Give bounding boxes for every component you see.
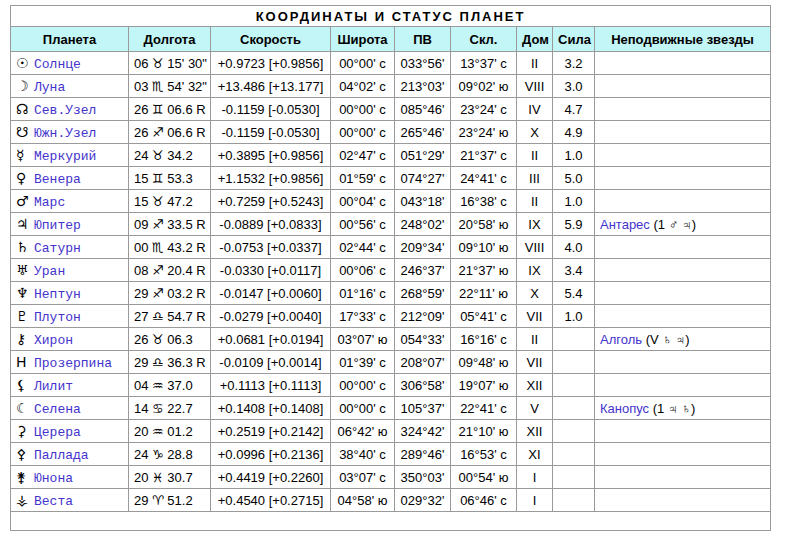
planet-link-chiron[interactable]: Хирон [34,333,73,348]
cell-pv: 029°32' [395,489,451,512]
cell-pv: 208°07' [395,351,451,374]
cell-power [553,374,595,397]
cell-power [553,489,595,512]
planet-link-mercury[interactable]: Меркурий [34,149,96,164]
cell-longitude: 15 ♉ 47.2 [129,190,211,213]
cell-speed: +0.7259 [+0.5243] [211,190,331,213]
cell-pv: 324°42' [395,420,451,443]
table-row-proserpina: НПрозерпина29 ♎ 36.3 R-0.0109 [+0.0014]0… [11,351,771,374]
mars-icon: ♂ [16,193,34,209]
planet-link-pluto[interactable]: Плутон [34,310,81,325]
cell-house: X [517,121,553,144]
cell-planet: ⚴Паллада [11,443,129,466]
cell-declination: 09°48' ю [451,351,517,374]
column-header-fixed-stars: Неподвижные звезды [595,27,771,52]
cell-power: 4.7 [553,98,595,121]
cell-pv: 033°56' [395,52,451,75]
cell-planet: ☋Южн.Узел [11,121,129,144]
mercury-icon: ☿ [16,147,34,163]
cell-speed: +0.0681 [+0.0194] [211,328,331,351]
table-row-south-node: ☋Южн.Узел26 ♐ 06.6 R-0.1159 [-0.0530]00°… [11,121,771,144]
planet-link-venus[interactable]: Венера [34,172,81,187]
column-header-planet: Планета [11,27,129,52]
cell-speed: +0.4419 [+0.2260] [211,466,331,489]
planet-link-north-node[interactable]: Сев.Узел [34,103,96,118]
cell-fixed-stars [595,98,771,121]
cell-house: I [517,466,553,489]
jupiter-icon: ♃ [16,216,34,232]
planet-link-proserpina[interactable]: Прозерпина [34,356,112,371]
star-link[interactable]: Алголь [600,332,642,347]
cell-latitude: 03°07' с [331,466,395,489]
cell-speed: +0.2519 [+0.2142] [211,420,331,443]
cell-longitude: 20 ♒ 01.2 [129,420,211,443]
cell-longitude: 26 ♐ 06.6 R [129,121,211,144]
table-row-pallas: ⚴Паллада24 ♑ 28.8+0.0996 [+0.2136]38°40'… [11,443,771,466]
cell-speed: -0.0279 [+0.0040] [211,305,331,328]
column-header-house: Дом [517,27,553,52]
cell-power [553,328,595,351]
cell-declination: 20°58' ю [451,213,517,236]
cell-speed: -0.0330 [+0.0117] [211,259,331,282]
cell-declination: 13°37' с [451,52,517,75]
cell-longitude: 27 ♎ 54.7 R [129,305,211,328]
cell-house: V [517,397,553,420]
planet-link-jupiter[interactable]: Юпитер [34,218,81,233]
star-link[interactable]: Антарес [600,217,650,232]
cell-house: IV [517,98,553,121]
sun-icon: ☉ [16,55,34,71]
cell-house: IX [517,213,553,236]
cell-declination: 00°54' ю [451,466,517,489]
lilith-icon: ⚸ [16,377,34,393]
star-aspect-info: (1 ♃ ♄) [649,401,695,416]
cell-pv: 043°18' [395,190,451,213]
cell-power: 1.0 [553,305,595,328]
cell-longitude: 24 ♉ 34.2 [129,144,211,167]
cell-longitude: 15 ♊ 53.3 [129,167,211,190]
cell-speed: +0.1408 [+0.1408] [211,397,331,420]
cell-latitude: 00°56' с [331,213,395,236]
cell-planet: ♂Марс [11,190,129,213]
planet-link-selena[interactable]: Селена [34,402,81,417]
cell-declination: 09°10' ю [451,236,517,259]
planet-link-sun[interactable]: Солнце [34,57,81,72]
star-link[interactable]: Канопус [600,401,649,416]
column-header-declination: Скл. [451,27,517,52]
cell-longitude: 29 ♐ 03.2 R [129,282,211,305]
cell-latitude: 17°33' с [331,305,395,328]
planet-link-saturn[interactable]: Сатурн [34,241,81,256]
planet-link-pallas[interactable]: Паллада [34,448,89,463]
cell-house: VIII [517,75,553,98]
cell-fixed-stars [595,282,771,305]
cell-pv: 051°29' [395,144,451,167]
planet-link-moon[interactable]: Луна [34,80,65,95]
cell-latitude: 01°39' с [331,351,395,374]
cell-longitude: 08 ♐ 20.4 R [129,259,211,282]
cell-latitude: 00°06' с [331,259,395,282]
planet-link-lilith[interactable]: Лилит [34,379,73,394]
star-aspect-info: (V ♄ ♃) [642,332,690,347]
planet-link-ceres[interactable]: Церера [34,425,81,440]
cell-declination: 21°37' ю [451,259,517,282]
table-row-ceres: ⚳Церера20 ♒ 01.2+0.2519 [+0.2142]06°42' … [11,420,771,443]
cell-declination: 06°46' с [451,489,517,512]
cell-power [553,397,595,420]
cell-latitude: 00°00' с [331,52,395,75]
planet-link-juno[interactable]: Юнона [34,471,73,486]
cell-declination: 05°41' с [451,305,517,328]
cell-fixed-stars [595,121,771,144]
planet-link-neptune[interactable]: Нептун [34,287,81,302]
cell-power [553,466,595,489]
planet-link-south-node[interactable]: Южн.Узел [34,126,96,141]
planet-link-vesta[interactable]: Веста [34,494,73,509]
table-row-uranus: ♅Уран08 ♐ 20.4 R-0.0330 [+0.0117]00°06' … [11,259,771,282]
planet-link-mars[interactable]: Марс [34,195,65,210]
cell-house: VII [517,305,553,328]
uranus-icon: ♅ [16,262,34,278]
cell-pv: 350°03' [395,466,451,489]
cell-latitude: 01°16' с [331,282,395,305]
planet-link-uranus[interactable]: Уран [34,264,65,279]
cell-speed: +0.9723 [+0.9856] [211,52,331,75]
cell-declination: 23°24' ю [451,121,517,144]
north-node-icon: ☊ [16,101,34,117]
